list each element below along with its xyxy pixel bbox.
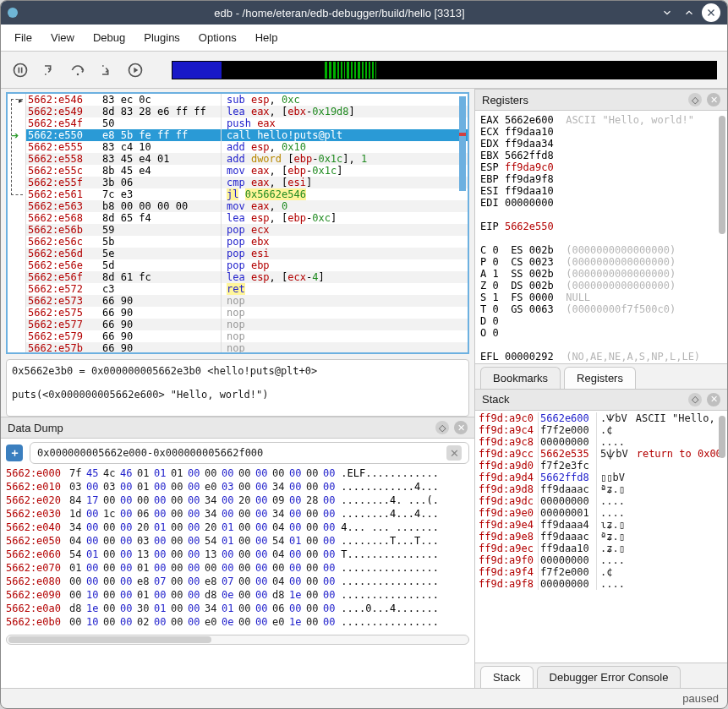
dump-row[interactable]: 5662:e060 540100001300000013000000040000… bbox=[6, 548, 469, 562]
disasm-row[interactable]: 5662:e550e8 5b fe ff ff bbox=[26, 129, 221, 141]
register-row[interactable]: EFL 00000292 (NO,AE,NE,A,S,NP,L,LE) bbox=[480, 351, 724, 363]
asm-row[interactable]: nop bbox=[222, 307, 468, 319]
dump-row[interactable]: 5662:e080 00000000e8070000e8070000040000… bbox=[6, 575, 469, 589]
disasm-row[interactable]: 5662:e56c5b bbox=[26, 236, 221, 248]
menu-view[interactable]: View bbox=[51, 31, 74, 44]
register-row[interactable]: EDX ff9daa34 bbox=[480, 138, 724, 150]
register-row[interactable]: ESP ff9da9c0 bbox=[480, 161, 724, 173]
asm-row[interactable]: lea esp, [ecx-4] bbox=[222, 271, 468, 283]
stack-row[interactable]: ff9d:a9e000000001.... bbox=[479, 507, 727, 519]
stack-scrollbar[interactable] bbox=[719, 414, 725, 660]
asm-row[interactable]: mov eax, [ebp-0x1c] bbox=[222, 165, 468, 177]
menu-debug[interactable]: Debug bbox=[93, 31, 125, 44]
asm-row[interactable]: pop ebp bbox=[222, 259, 468, 271]
disasm-row[interactable]: 5662:e54f50 bbox=[26, 117, 221, 129]
disasm-row[interactable]: 5662:e563b8 00 00 00 00 bbox=[26, 200, 221, 212]
registers-scrollbar[interactable] bbox=[719, 114, 725, 360]
tab-bookmarks[interactable]: Bookmarks bbox=[480, 367, 561, 389]
stack-row[interactable]: ff9d:a9e8ff9daaacªʑ.▯ bbox=[479, 531, 727, 543]
registers-close-icon[interactable]: ✕ bbox=[707, 93, 720, 106]
disasm-row[interactable]: 5662:e55f3b 06 bbox=[26, 177, 221, 188]
stack-row[interactable]: ff9d:a9f4f7f2e000.¢ bbox=[479, 566, 727, 578]
asm-row[interactable]: sub esp, 0xc bbox=[222, 94, 468, 106]
register-row[interactable] bbox=[480, 209, 724, 221]
datadump-detach-icon[interactable]: ◇ bbox=[435, 421, 449, 434]
dump-row[interactable]: 5662:e000 7f454c460101010000000000000000… bbox=[6, 467, 469, 481]
add-dump-tab-button[interactable]: ＋ bbox=[6, 444, 23, 461]
register-row[interactable]: ECX ff9daa10 bbox=[480, 126, 724, 138]
register-row[interactable]: EAX 5662e600 ASCII "Hello, world!" bbox=[480, 114, 724, 126]
dump-row[interactable]: 5662:e030 1d001c000600000034000000340000… bbox=[6, 508, 469, 521]
disasm-row[interactable]: 5662:e57566 90 bbox=[26, 307, 221, 319]
register-row[interactable]: Z 0 DS 002b (0000000000000000) bbox=[480, 280, 724, 292]
register-row[interactable]: T 0 GS 0063 (00000000f7f500c0) bbox=[480, 303, 724, 315]
maximize-button[interactable] bbox=[680, 3, 698, 22]
dump-row[interactable]: 5662:e040 340000002001000020010000040000… bbox=[6, 521, 469, 535]
register-row[interactable]: O 0 bbox=[480, 327, 724, 339]
stack-row[interactable]: ff9d:a9d0f7f2e3fc bbox=[479, 460, 727, 472]
asm-row[interactable]: pop ebx bbox=[222, 236, 468, 248]
dump-row[interactable]: 5662:e0b0 0010000002000000e00e0000e01e00… bbox=[6, 616, 469, 630]
step-into-button[interactable] bbox=[40, 61, 58, 79]
datadump-close-icon[interactable]: ✕ bbox=[454, 421, 468, 434]
asm-row[interactable]: add esp, 0x10 bbox=[222, 141, 468, 153]
asm-row[interactable]: nop bbox=[222, 342, 468, 354]
asm-row[interactable]: nop bbox=[222, 295, 468, 307]
stack-row[interactable]: ff9d:a9d8ff9daaacªʑ.▯ bbox=[479, 483, 727, 495]
stack-close-icon[interactable]: ✕ bbox=[707, 393, 720, 406]
asm-row[interactable]: cmp eax, [esi] bbox=[222, 177, 468, 188]
disasm-row[interactable]: 5662:e56b59 bbox=[26, 224, 221, 236]
disasm-row[interactable]: 5662:e56d5e bbox=[26, 248, 221, 259]
menu-help[interactable]: Help bbox=[255, 31, 278, 44]
tab-debugger-error-console[interactable]: Debugger Error Console bbox=[537, 666, 681, 688]
asm-row[interactable]: jl 0x5662e546 bbox=[222, 188, 468, 200]
minimize-button[interactable] bbox=[658, 3, 676, 22]
disasm-row[interactable]: 5662:e572c3 bbox=[26, 283, 221, 295]
disasm-row[interactable]: 5662:e5688d 65 f4 bbox=[26, 212, 221, 224]
asm-row[interactable]: nop bbox=[222, 319, 468, 330]
stack-row[interactable]: ff9d:a9c800000000.... bbox=[479, 436, 727, 448]
run-button[interactable] bbox=[126, 61, 145, 79]
dump-row[interactable]: 5662:e0a0 d81e00003001000034010000060000… bbox=[6, 603, 469, 616]
memory-map-bar[interactable] bbox=[172, 61, 717, 79]
stack-row[interactable]: ff9d:a9f000000000.... bbox=[479, 554, 727, 566]
registers-detach-icon[interactable]: ◇ bbox=[688, 93, 702, 106]
register-row[interactable]: ESI ff9daa10 bbox=[480, 185, 724, 197]
asm-row[interactable]: add dword [ebp-0x1c], 1 bbox=[222, 153, 468, 165]
register-row[interactable]: C 0 ES 002b (0000000000000000) bbox=[480, 244, 724, 256]
asm-row[interactable]: call hello!puts@plt bbox=[222, 129, 468, 141]
disasm-row[interactable]: 5662:e5498d 83 28 e6 ff ff bbox=[26, 106, 221, 117]
register-row[interactable] bbox=[480, 363, 724, 363]
tab-stack[interactable]: Stack bbox=[480, 666, 534, 688]
disasm-row[interactable]: 5662:e57766 90 bbox=[26, 319, 221, 330]
tab-registers[interactable]: Registers bbox=[564, 367, 636, 389]
close-button[interactable] bbox=[702, 3, 720, 22]
dump-row[interactable]: 5662:e010 0300030001000000e0030000340000… bbox=[6, 481, 469, 494]
disasm-row[interactable]: 5662:e55883 45 e4 01 bbox=[26, 153, 221, 165]
register-row[interactable] bbox=[480, 339, 724, 351]
dump-row[interactable]: 5662:e090 0010000001000000d80e0000d81e00… bbox=[6, 589, 469, 603]
dump-tab-close-icon[interactable]: ✕ bbox=[446, 445, 462, 461]
register-row[interactable]: A 1 SS 002b (0000000000000000) bbox=[480, 268, 724, 280]
dump-tab[interactable]: 0x000000005662e000-0x000000005662f000 ✕ bbox=[30, 442, 469, 464]
asm-row[interactable]: lea eax, [ebx-0x19d8] bbox=[222, 106, 468, 117]
disasm-row[interactable]: 5662:e54683 ec 0c bbox=[26, 94, 221, 106]
asm-row[interactable]: pop ecx bbox=[222, 224, 468, 236]
disasm-row[interactable]: 5662:e5617c e3 bbox=[26, 188, 221, 200]
stack-row[interactable]: ff9d:a9e4ff9daaa4ɩʑ.▯ bbox=[479, 519, 727, 531]
datadump-hscroll[interactable] bbox=[6, 635, 469, 645]
disasm-row[interactable]: 5662:e57966 90 bbox=[26, 330, 221, 342]
dump-row[interactable]: 5662:e050 040000000300000054010000540100… bbox=[6, 535, 469, 548]
stack-row[interactable]: ff9d:a9dc00000000.... bbox=[479, 495, 727, 507]
stack-row[interactable]: ff9d:a9f800000000.... bbox=[479, 578, 727, 590]
disasm-row[interactable]: 5662:e56e5d bbox=[26, 259, 221, 271]
disasm-row[interactable]: 5662:e56f8d 61 fc bbox=[26, 271, 221, 283]
register-row[interactable]: EIP 5662e550 bbox=[480, 221, 724, 232]
dump-row[interactable]: 5662:e020 841700000000000034002000090028… bbox=[6, 494, 469, 508]
registers-body[interactable]: EAX 5662e600 ASCII "Hello, world!"ECX ff… bbox=[475, 111, 727, 363]
pause-button[interactable] bbox=[11, 61, 30, 79]
register-row[interactable]: EDI 00000000 bbox=[480, 197, 724, 209]
register-row[interactable]: D 0 bbox=[480, 315, 724, 327]
stack-row[interactable]: ff9d:a9ecff9daa10.ʑ.▯ bbox=[479, 543, 727, 554]
register-row[interactable]: S 1 FS 0000 NULL bbox=[480, 292, 724, 303]
